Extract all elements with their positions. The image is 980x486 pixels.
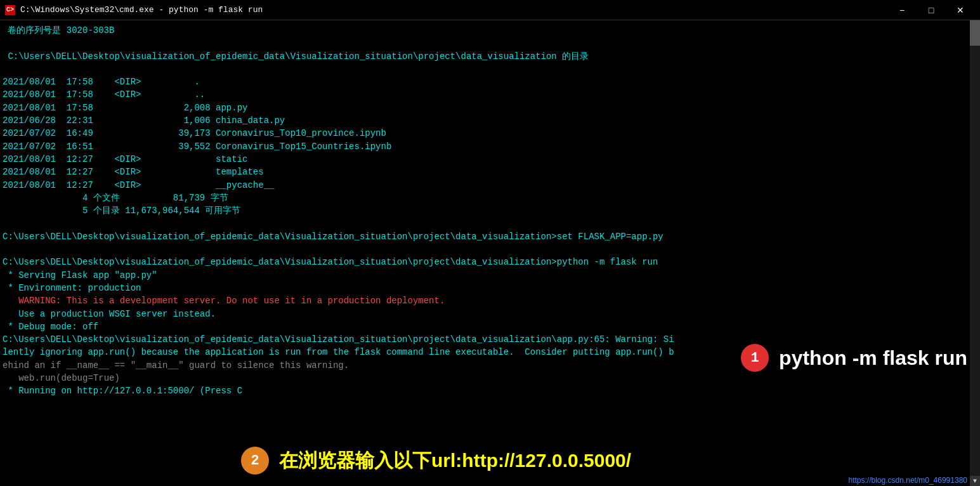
- terminal-line: 2021/08/01 17:58 2,008 app.py: [3, 102, 977, 114]
- terminal-line: 2021/06/28 22:31 1,006 china_data.py: [3, 114, 977, 127]
- window-title: C:\Windows\System32\cmd.exe - python -m …: [20, 5, 887, 15]
- terminal-line: 2021/07/02 16:51 39,552 Coronavirus_Top1…: [3, 140, 977, 153]
- terminal-line: C:\Users\DELL\Desktop\visualization_of_e…: [3, 256, 977, 268]
- terminal-line: 5 个目录 11,673,964,544 可用字节: [3, 204, 977, 217]
- scrollbar[interactable]: ▲ ▼: [970, 20, 980, 486]
- terminal-line: 2021/08/01 12:27 <DIR> __pycache__: [3, 179, 977, 192]
- terminal-line: Use a production WSGI server instead.: [3, 308, 977, 320]
- terminal-content: 卷的序列号是 3020-303B C:\Users\DELL\Desktop\v…: [0, 20, 980, 486]
- terminal-line: [3, 63, 977, 76]
- terminal-line: * Serving Flask app "app.py": [3, 269, 977, 282]
- terminal-line: * Debug mode: off: [3, 320, 977, 333]
- terminal-line: * Environment: production: [3, 282, 977, 294]
- terminal-line: [3, 217, 977, 230]
- terminal-line: C:\Users\DELL\Desktop\visualization_of_e…: [3, 333, 977, 346]
- minimize-button[interactable]: −: [887, 0, 917, 20]
- terminal-line: [3, 37, 977, 49]
- csdn-link: https://blog.csdn.net/m0_46991380: [849, 476, 967, 485]
- terminal-line: C:\Users\DELL\Desktop\visualization_of_e…: [3, 230, 977, 243]
- restore-button[interactable]: □: [917, 0, 946, 20]
- scrollbar-thumb[interactable]: [970, 20, 980, 46]
- terminal-line: 卷的序列号是 3020-303B: [3, 24, 977, 37]
- terminal-line: 2021/08/01 12:27 <DIR> templates: [3, 166, 977, 178]
- close-button[interactable]: ✕: [946, 0, 975, 20]
- terminal-line: 4 个文件 81,739 字节: [3, 192, 977, 204]
- terminal-line: C:\Users\DELL\Desktop\visualization_of_e…: [3, 50, 977, 63]
- terminal-line: 2021/08/01 17:58 <DIR> .: [3, 76, 977, 88]
- terminal-line: * Running on http://127.0.0.1:5000/ (Pre…: [3, 384, 977, 397]
- terminal-line: 2021/08/01 17:58 <DIR> ..: [3, 88, 977, 101]
- window-controls: − □ ✕: [887, 0, 975, 20]
- terminal-line: WARNING: This is a development server. D…: [3, 294, 977, 307]
- cmd-icon: C>: [5, 5, 15, 15]
- scroll-down-arrow[interactable]: ▼: [970, 476, 980, 486]
- terminal-line: web.run(debug=True): [3, 372, 977, 384]
- terminal-line: lently ignoring app.run() because the ap…: [3, 346, 977, 358]
- terminal-line: 2021/07/02 16:49 39,173 Coronavirus_Top1…: [3, 127, 977, 140]
- terminal-line: 2021/08/01 12:27 <DIR> static: [3, 153, 977, 166]
- terminal-line: ehind an if __name__ == "__main__" guard…: [3, 359, 977, 372]
- title-bar: C> C:\Windows\System32\cmd.exe - python …: [0, 0, 980, 20]
- terminal-line: [3, 243, 977, 256]
